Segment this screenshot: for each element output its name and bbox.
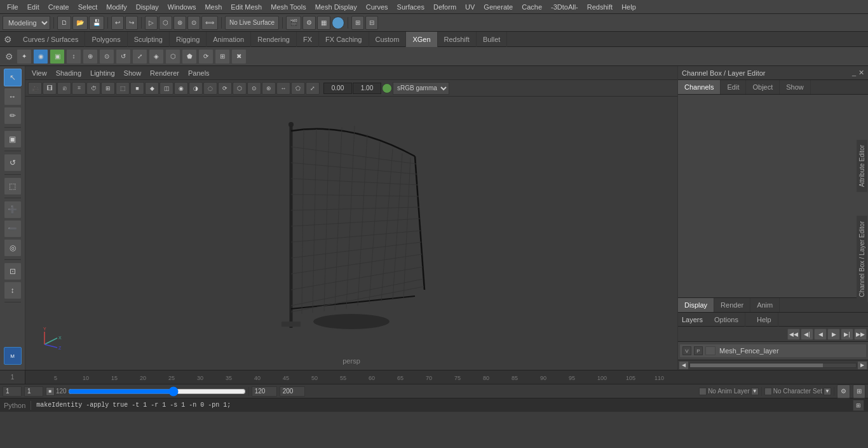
menu-redshift[interactable]: Redshift xyxy=(583,2,617,12)
python-expand-btn[interactable]: ⊞ xyxy=(853,400,864,411)
scrollbar-thumb[interactable] xyxy=(690,363,823,367)
tab-sculpting[interactable]: Sculpting xyxy=(128,32,170,47)
anim-layer-color[interactable] xyxy=(699,388,707,395)
measure-button[interactable]: ↕ xyxy=(4,282,22,299)
vp-aa-btn[interactable]: ◉ xyxy=(174,82,188,95)
vp-key-btn[interactable]: ⌗ xyxy=(72,82,86,95)
shelf-btn-7[interactable]: ↺ xyxy=(116,49,131,64)
tab-fx-caching[interactable]: FX Caching xyxy=(319,32,369,47)
menu-mesh-display[interactable]: Mesh Display xyxy=(311,2,362,12)
menu-display[interactable]: Display xyxy=(132,2,163,12)
layout-button-1[interactable]: ⊞ xyxy=(351,16,364,30)
tab-anim[interactable]: Anim xyxy=(750,298,780,312)
shelf-btn-1[interactable]: ✦ xyxy=(17,49,32,64)
tab-animation[interactable]: Animation xyxy=(207,32,251,47)
viewport-render-button[interactable]: ▦ xyxy=(317,16,330,30)
bottom-settings-btn[interactable]: ⚙ xyxy=(837,384,850,398)
vp-wire-btn[interactable]: ⬚ xyxy=(116,82,130,95)
shelf-btn-12[interactable]: ⟳ xyxy=(198,49,214,64)
timeline-slider[interactable] xyxy=(68,388,246,395)
tab-object[interactable]: Object xyxy=(746,80,780,94)
menu-file[interactable]: File xyxy=(3,2,23,12)
shelf-settings-icon[interactable]: ⚙ xyxy=(1,33,14,46)
menu-3dtoall[interactable]: -3DtoAll- xyxy=(546,2,583,12)
current-frame-input[interactable] xyxy=(3,386,22,397)
layer-nav-play[interactable]: ▶ xyxy=(827,329,840,340)
menu-create[interactable]: Create xyxy=(44,2,74,12)
menu-modify[interactable]: Modify xyxy=(102,2,131,12)
vp-snap-btn[interactable]: ⊛ xyxy=(262,82,276,95)
layer-vis-v[interactable]: V xyxy=(682,346,691,355)
layer-vis-p[interactable]: P xyxy=(694,346,703,355)
tab-channels[interactable]: Channels xyxy=(678,80,721,94)
paint-button[interactable]: ✏ xyxy=(4,107,22,125)
tab-xgen[interactable]: XGen xyxy=(406,32,437,47)
symmetry-button[interactable]: ⟺ xyxy=(201,16,218,30)
menu-cache[interactable]: Cache xyxy=(517,2,546,12)
vp-solid-btn[interactable]: ■ xyxy=(130,82,144,95)
shelf-btn-10[interactable]: ⬡ xyxy=(165,49,180,64)
menu-help[interactable]: Help xyxy=(617,2,641,12)
menu-edit-mesh[interactable]: Edit Mesh xyxy=(226,2,266,12)
layers-options[interactable]: Options xyxy=(708,313,745,327)
shelf-btn-3[interactable]: ▣ xyxy=(50,49,65,64)
layout-button-2[interactable]: ⊟ xyxy=(365,16,378,30)
shelf-btn-14[interactable]: ✖ xyxy=(231,49,247,64)
color-swatch[interactable] xyxy=(382,83,392,93)
panel-close-icon[interactable]: ✕ xyxy=(858,69,864,77)
shelf-btn-5[interactable]: ⊕ xyxy=(83,49,98,64)
vp-stereo-btn[interactable]: ⬠ xyxy=(291,82,305,95)
vp-shadow-btn[interactable]: ◑ xyxy=(189,82,203,95)
shelf-btn-2[interactable]: ◉ xyxy=(33,49,48,64)
paint-select-button[interactable]: ⊛ xyxy=(173,16,186,30)
vp-rel-btn[interactable]: ↔ xyxy=(276,82,290,95)
tab-rigging[interactable]: Rigging xyxy=(170,32,207,47)
vp-res-btn[interactable]: ⊙ xyxy=(247,82,261,95)
tab-redshift[interactable]: Redshift xyxy=(438,32,477,47)
viewport-canvas[interactable]: X Y Z xyxy=(25,97,677,370)
tab-display[interactable]: Display xyxy=(678,298,714,312)
tab-rendering[interactable]: Rendering xyxy=(251,32,297,47)
workspace-selector[interactable]: Modeling xyxy=(3,16,50,30)
open-file-button[interactable]: 📂 xyxy=(72,16,88,30)
menu-edit[interactable]: Edit xyxy=(23,2,44,12)
shelf-btn-4[interactable]: ↕ xyxy=(66,49,81,64)
vp-iso-btn[interactable]: ⟳ xyxy=(218,82,232,95)
vp-xray-btn[interactable]: ◌ xyxy=(203,82,217,95)
redo-button[interactable]: ↪ xyxy=(125,16,138,30)
bottom-extra-btn[interactable]: ⊞ xyxy=(853,384,865,398)
menu-surfaces[interactable]: Surfaces xyxy=(393,2,429,12)
marquee-button[interactable]: ▣ xyxy=(4,130,22,148)
layer-nav-step-back[interactable]: ◀| xyxy=(801,329,813,340)
rotate-button[interactable]: ↺ xyxy=(4,154,22,172)
start-frame-input[interactable] xyxy=(24,386,43,397)
maya-icon-button[interactable]: M xyxy=(4,347,22,365)
layer-nav-skip-back[interactable]: ◀◀ xyxy=(787,329,800,340)
shelf-btn-11[interactable]: ⬟ xyxy=(182,49,197,64)
new-file-button[interactable]: 🗋 xyxy=(57,16,71,30)
frame-range-color[interactable]: ■ xyxy=(46,387,55,396)
menu-mesh-tools[interactable]: Mesh Tools xyxy=(266,2,310,12)
select-mode-button[interactable]: ↖ xyxy=(4,69,22,86)
layer-nav-prev[interactable]: ◀ xyxy=(814,329,827,340)
end-frame-input[interactable] xyxy=(252,386,277,397)
shelf-btn-8[interactable]: ⤢ xyxy=(132,49,147,64)
layer-nav-next[interactable]: ▶| xyxy=(841,329,853,340)
vp-hud-btn[interactable]: ⬡ xyxy=(233,82,247,95)
layers-help[interactable]: Help xyxy=(750,313,778,327)
char-set-arrow[interactable]: ▼ xyxy=(824,388,831,395)
vp-grid-btn[interactable]: ⊞ xyxy=(101,82,115,95)
sculpt-button[interactable]: ◎ xyxy=(4,239,22,257)
subtool-button[interactable]: ➖ xyxy=(4,220,22,238)
menu-uv[interactable]: UV xyxy=(461,2,479,12)
vp-mic-btn[interactable]: ⎚ xyxy=(57,82,71,95)
viewport-menu-renderer[interactable]: Renderer xyxy=(146,68,183,78)
menu-curves[interactable]: Curves xyxy=(362,2,393,12)
layer-nav-skip-fwd[interactable]: ▶▶ xyxy=(854,329,867,340)
camera-rotation-input[interactable] xyxy=(323,83,352,94)
soft-select-button[interactable]: ⊙ xyxy=(187,16,200,30)
viewport-menu-panels[interactable]: Panels xyxy=(184,68,214,78)
scrollbar-left-btn[interactable]: ◀ xyxy=(679,362,688,369)
shelf-btn-13[interactable]: ⊞ xyxy=(215,49,230,64)
select-tool-button[interactable]: ▷ xyxy=(145,16,158,30)
